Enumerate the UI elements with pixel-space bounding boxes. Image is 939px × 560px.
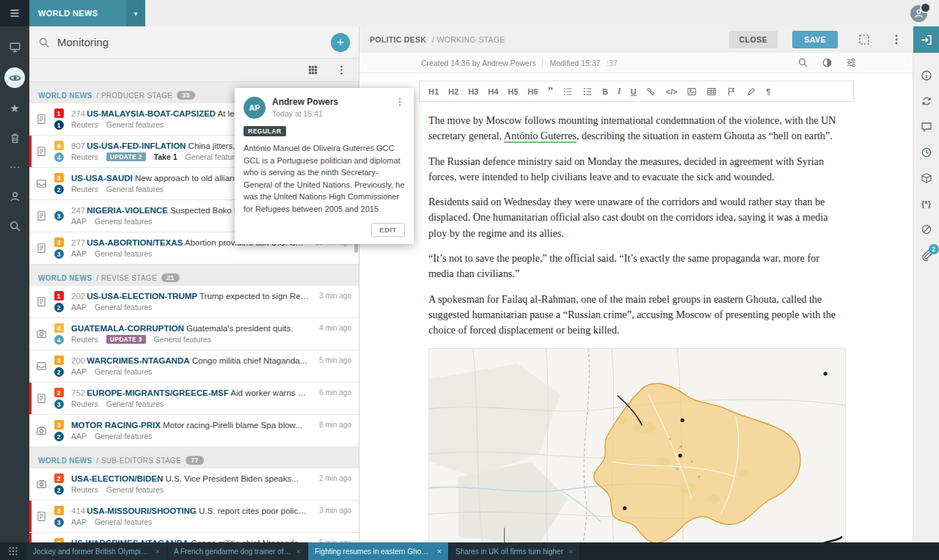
divider xyxy=(542,59,543,67)
suggestions-icon[interactable] xyxy=(920,223,933,236)
workspace-caret[interactable]: ▾ xyxy=(126,0,145,26)
link-icon[interactable] xyxy=(646,86,656,97)
slugline: USA-ELECTION/BIDEN xyxy=(71,474,163,483)
bold-button[interactable]: B xyxy=(602,87,608,96)
paragraph-mark-button[interactable]: ¶ xyxy=(766,87,770,96)
close-tab-icon[interactable]: × xyxy=(569,547,573,556)
user-avatar[interactable] xyxy=(910,5,927,22)
ordered-list-icon[interactable] xyxy=(563,86,573,97)
workspace-selector[interactable]: WORLD NEWS xyxy=(29,0,126,26)
list-item[interactable]: 2 2 USA-ELECTION/BIDEN U.S. Vice Preside… xyxy=(29,468,359,501)
opened-articles-button[interactable] xyxy=(0,542,26,560)
close-button[interactable]: CLOSE xyxy=(729,31,778,48)
edit-annotation-button[interactable]: EDIT xyxy=(371,223,405,237)
monitoring-toolbar xyxy=(29,59,359,82)
hamburger-menu[interactable] xyxy=(0,0,29,26)
monitoring-icon[interactable] xyxy=(4,67,25,88)
close-tab-icon[interactable]: × xyxy=(437,547,442,556)
map-embed[interactable] xyxy=(428,348,846,542)
word-count: 200 xyxy=(71,356,85,365)
save-button[interactable]: SAVE xyxy=(792,31,838,48)
comments-icon[interactable] xyxy=(920,120,933,133)
personal-items-icon[interactable] xyxy=(6,188,23,205)
chevron-down-icon: ▾ xyxy=(134,10,137,18)
category-label: General features xyxy=(95,432,152,441)
info-icon[interactable] xyxy=(920,69,933,82)
list-item[interactable]: 3 2 MOTOR RACING-PRIX Motor racing-Pirel… xyxy=(29,415,359,447)
italic-button[interactable]: I xyxy=(618,86,621,97)
source-label: AAP xyxy=(71,367,87,376)
priority-badge: 3 xyxy=(54,173,64,183)
close-tab-icon[interactable]: × xyxy=(156,547,160,556)
article-paragraph: The move by Moscow follows mounting inte… xyxy=(428,113,844,144)
headline: U.S. report cites poor police r... xyxy=(199,506,310,515)
attachments-icon[interactable]: 2 xyxy=(920,248,933,262)
image-icon[interactable] xyxy=(687,86,697,97)
authoring-menu-icon[interactable] xyxy=(891,34,902,45)
word-count: 752 xyxy=(71,388,85,397)
heading-5-button[interactable]: H5 xyxy=(508,87,518,96)
code-button[interactable]: </> xyxy=(665,87,677,96)
history-icon[interactable] xyxy=(920,146,933,159)
text-type-icon xyxy=(29,146,53,157)
list-item[interactable]: 2 3 752EUROPE-MIGRANTS/GREECE-MSF Aid wo… xyxy=(29,383,359,415)
opened-article-tab[interactable]: Fighting resumes in eastern Ghouta...× xyxy=(308,542,449,560)
stage-header[interactable]: WORLD NEWS / REVISE STAGE 21 xyxy=(29,265,359,286)
list-view-toggle-icon[interactable] xyxy=(307,65,318,75)
heading-2-button[interactable]: H2 xyxy=(448,87,458,96)
opened-article-tab[interactable]: Shares in UK oil firms turn higher× xyxy=(449,542,580,560)
opened-article-tab[interactable]: A French gendarme dog trainer of PSIG× xyxy=(167,542,308,560)
packages-icon[interactable] xyxy=(920,172,933,185)
table-icon[interactable] xyxy=(706,86,717,97)
minimize-layout-icon[interactable] xyxy=(858,34,870,45)
starred-items-icon[interactable]: ★ xyxy=(6,100,23,117)
annotated-text[interactable]: António Guterres xyxy=(504,130,577,143)
more-options-icon[interactable]: ⋯ xyxy=(6,158,23,176)
list-item[interactable]: 3 2 US-WARCRIMES-NTAGANDA Congo militia … xyxy=(29,533,359,542)
workspace-label: WORLD NEWS xyxy=(38,9,98,18)
underline-button[interactable]: U xyxy=(631,87,637,96)
find-replace-icon[interactable] xyxy=(797,57,808,68)
monitoring-menu-icon[interactable] xyxy=(336,65,347,75)
category-label: General features xyxy=(95,367,152,376)
list-item[interactable]: 1 2 202US-USA-ELECTION-TRUMP Trump expec… xyxy=(29,286,359,318)
theme-contrast-icon[interactable] xyxy=(822,57,833,68)
close-tab-icon[interactable]: × xyxy=(296,547,301,556)
stage-header[interactable]: WORLD NEWS / SUB-EDITORS STAGE 77 xyxy=(29,447,359,468)
heading-4-button[interactable]: H4 xyxy=(488,87,498,96)
create-item-button[interactable]: + xyxy=(331,33,350,52)
annotation-pen-icon[interactable] xyxy=(746,86,756,97)
comment-icon[interactable] xyxy=(726,86,737,97)
dashboard-icon[interactable] xyxy=(6,38,23,56)
list-item[interactable]: 3 2 200WARCRIMES-NTAGANDA Congo militia … xyxy=(29,350,359,383)
priority-badge: 2 xyxy=(54,388,64,397)
spike-trash-icon[interactable] xyxy=(6,129,23,147)
macros-icon[interactable]: {*} xyxy=(920,197,933,210)
headline: Trump expected to sign Repu... xyxy=(200,292,310,301)
urgency-badge: 1 xyxy=(54,120,64,130)
item-time: 5 min ago xyxy=(316,539,359,542)
stage-name-label: / REVISE STAGE xyxy=(97,274,157,282)
list-item[interactable]: 4 4 GUATEMALA-CORRUPTION Guatemala's pre… xyxy=(29,318,359,350)
heading-6-button[interactable]: H6 xyxy=(527,87,538,96)
global-search-icon[interactable] xyxy=(6,217,23,235)
versions-icon[interactable] xyxy=(920,95,933,108)
list-item[interactable]: 3 3 414USA-MISSOURI/SHOOTING U.S. report… xyxy=(29,501,359,533)
annotation-time: Today at 15:41 xyxy=(272,109,338,118)
search-icon[interactable] xyxy=(38,37,50,48)
item-time: 3 min ago xyxy=(316,292,359,300)
send-to-button[interactable] xyxy=(913,26,939,53)
headline: Congo militia chief Ntaganda... xyxy=(191,539,306,542)
article-body[interactable]: The move by Moscow follows mounting inte… xyxy=(419,113,854,339)
heading-3-button[interactable]: H3 xyxy=(468,87,478,96)
blockquote-button[interactable]: ” xyxy=(547,85,553,97)
authoring-side-rail: {*} 2 xyxy=(913,26,939,542)
opened-article-tab[interactable]: Jockey and former British Olympic...× xyxy=(26,542,167,560)
heading-1-button[interactable]: H1 xyxy=(428,87,439,96)
tab-label: Shares in UK oil firms turn higher xyxy=(456,548,563,556)
popup-menu-icon[interactable] xyxy=(395,97,405,107)
unordered-list-icon[interactable] xyxy=(582,86,593,97)
urgency-badge: 2 xyxy=(54,185,64,194)
editor-settings-icon[interactable] xyxy=(846,57,857,68)
urgency-badge: 2 xyxy=(54,303,64,312)
